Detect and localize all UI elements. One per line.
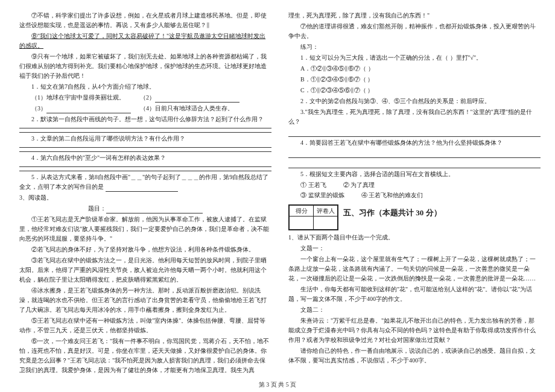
story-p1: ①王若飞同志是无产阶级革命家。解放前，他因为从事革命工作，被敌人逮捕了。在监狱里… <box>19 215 271 244</box>
story-p7: ⑦他的道理讲得很透，难友们豁然开朗，精神振作，也都开始锻炼身体，投入更艰苦的斗争… <box>288 22 541 41</box>
writing-p4: 请你给自己的特色，作一番自由地展示，说说自己的，或谈谈自己的感受。题目自拟，文体… <box>288 346 541 365</box>
story-p6-cont: 理生，死为真理死，除了真理，没有我自己的东西！" <box>288 11 541 21</box>
q1-opt4-text: （4）目前只有地球适合人类生存。 <box>140 105 233 112</box>
answer-line[interactable] <box>19 132 271 133</box>
writing-p2: 生活中，你每天都有可能收到这样的"花"，也可能送给别人这样的"花"。请你以"花"… <box>288 285 541 304</box>
score-grader-table: 得分 评卷人 <box>288 204 338 230</box>
answer-line[interactable] <box>288 151 541 158</box>
title-row: 题目： <box>19 204 271 213</box>
exercise-heading: 练习： <box>288 42 541 52</box>
paragraph-8: ⑧"我们这个地球太可爱了，同时又太容易破碎了！"这是宇航员遨游太空目睹地球时发出… <box>19 31 271 51</box>
writing-topic1-label: 文题一： <box>288 244 541 253</box>
answer-line[interactable] <box>19 166 271 167</box>
ex5-options-row1: ① 王若飞 ② 为了真理 <box>300 180 541 190</box>
ex5-text: 5．根据短文主要内容，选择合适的题目写在文首横线上。 <box>288 169 541 179</box>
score-section: 得分 评卷人 五、习作（本题共计 30 分） <box>288 201 541 233</box>
story-p4: ④冰水擦身，是王若飞锻炼身体的另一种方法。那时，反动派百般折磨政治犯。别说洗澡，… <box>19 286 271 315</box>
grader-header: 评卷人 <box>314 206 338 217</box>
fill-blank[interactable] <box>46 107 131 113</box>
two-column-layout: ⑦不错，科学家们提出了许多设想，例如，在火星或者月球上建造移民基地。但是，即使这… <box>19 11 541 367</box>
writing-p3: 朱熹诗云："万紫千红总是春。"如果花儿不敢开出自己的特色，无力发出独有的芳香，那… <box>288 316 541 345</box>
q2-text: 2．默读第一自然段中画线的句子。想一想，这句话用什么修辞方法？起到了什么作用？ <box>19 115 271 124</box>
ex3-text: 3."我生为真理生，死为真理死，除了真理，没有我自己的东西！"这里的"真理"指的… <box>288 107 541 127</box>
opt1[interactable]: ① 王若飞 <box>300 180 326 190</box>
q1-lead: 1．短文在第7自然段，从4个方面介绍了地球。 <box>19 82 271 92</box>
ex1-optA[interactable]: A．①②‖③④⑤‖⑥⑦（ ） <box>288 64 541 74</box>
writing-lead: 1、请从下面两个题目中任选一个完成。 <box>288 233 541 242</box>
ex1-text: 1．短文可以分为三大段，请选出一个正确的分法，在（ ）里打"√"。 <box>288 53 541 63</box>
section-5-title: 五、习作（本题共计 30 分） <box>343 207 442 220</box>
answer-line[interactable] <box>19 151 271 152</box>
title-blank[interactable] <box>106 207 203 213</box>
writing-topic2-label: 文题二： <box>288 305 541 315</box>
underlined-sentence: ⑧"我们这个地球太可爱了，同时又太容易破碎了！"这是宇航员遨游太空目睹地球时发出… <box>19 33 265 49</box>
answer-line[interactable] <box>288 162 541 168</box>
paragraph-7: ⑦不错，科学家们提出了许多设想，例如，在火星或者月球上建造移民基地。但是，即使这… <box>19 11 271 30</box>
writing-p1: 一个窗台上有一朵花，这个屋里就有生气了；一棵树上开了一朵花，这棵树就成熟了；一条… <box>288 254 541 283</box>
story-p3: ③若飞同志在狱中的锻炼方法之一，是日光浴。他利用每天短暂的放风时间，到院子里晒太… <box>19 256 271 285</box>
q1-opt2-label: （2） <box>140 94 155 101</box>
q5-text: 5．从表达方式来看，第8自然段中画"＿＿"的句子起到了＿＿＿的作用，第9自然段总… <box>19 172 271 192</box>
fill-blank[interactable] <box>155 96 239 103</box>
story-p5: ⑤王若飞同志在狱中还有一种锻炼方法，叫做"室内体操"。体操包括伸腰、弯腰、屈臂等… <box>19 316 271 335</box>
ex4-text: 4．简要回答王若飞在狱中有哪些锻炼身体的方法？他为什么坚持锻炼身体？ <box>288 138 541 148</box>
q1-opt3-label: （3） <box>31 105 46 112</box>
left-column: ⑦不错，科学家们提出了许多设想，例如，在火星或者月球上建造移民基地。但是，即使这… <box>19 11 271 367</box>
fill-blank[interactable] <box>106 185 178 192</box>
page-footer: 第 3 页 共 5 页 <box>0 380 555 390</box>
ex2-text: 2．文中的第②自然段与第③、④、⑤三个自然段的关系是：前后呼应。 <box>288 96 541 106</box>
opt2[interactable]: ② 为了真理 <box>343 180 375 190</box>
ex5-options-row2: ③ 监狱里的锻炼 ④ 王若飞和他的难友们 <box>300 191 541 200</box>
right-column: 理生，死为真理死，除了真理，没有我自己的东西！" ⑦他的道理讲得很透，难友们豁然… <box>288 11 541 367</box>
reading-heading: 3、阅读题。 <box>19 193 271 203</box>
answer-line[interactable] <box>19 171 271 171</box>
answer-line[interactable] <box>19 147 271 148</box>
opt3[interactable]: ③ 监狱里的锻炼 <box>300 191 344 200</box>
q3-text: 3．文章的第二自然段运用了哪些说明方法？有什么作用？ <box>19 134 271 144</box>
opt4[interactable]: ④ 王若飞和他的难友们 <box>361 191 423 200</box>
q1-opt1: （1）地球在宇宙中显得美丽壮观。 （2） <box>19 93 271 103</box>
q4-text: 4．第六自然段中的"至少"一词有怎样的表达效果？ <box>19 153 271 163</box>
q1-opt1-text: （1）地球在宇宙中显得美丽壮观。 <box>31 94 125 101</box>
paragraph-9: ⑨只有一个地球，如果它被破坏了，我们别无去处。如果地球上的各种资源都枯竭了，我们… <box>19 52 271 81</box>
story-p2: ②若飞同志的身体不好，为了坚持对敌斗争，他想方设法，利用各种条件锻炼身体。 <box>19 245 271 254</box>
title-label: 题目： <box>88 205 106 212</box>
answer-line[interactable] <box>288 130 541 137</box>
ex1-optC[interactable]: C．①‖②③④⑤⑥‖⑦（ ） <box>288 86 541 95</box>
story-p6: ⑥一次，一个难友问王若飞："我有一件事不明白，你骂国民党，骂蒋介石，天不怕，地不… <box>19 337 271 375</box>
answer-line[interactable] <box>19 128 271 128</box>
q1-row2: （3） （4）目前只有地球适合人类生存。 <box>19 104 271 113</box>
ex1-optB[interactable]: B．①‖②③④⑤‖⑥⑦（ ） <box>288 75 541 84</box>
score-header: 得分 <box>290 206 314 217</box>
score-cell[interactable] <box>290 217 314 230</box>
grader-cell[interactable] <box>314 217 338 230</box>
